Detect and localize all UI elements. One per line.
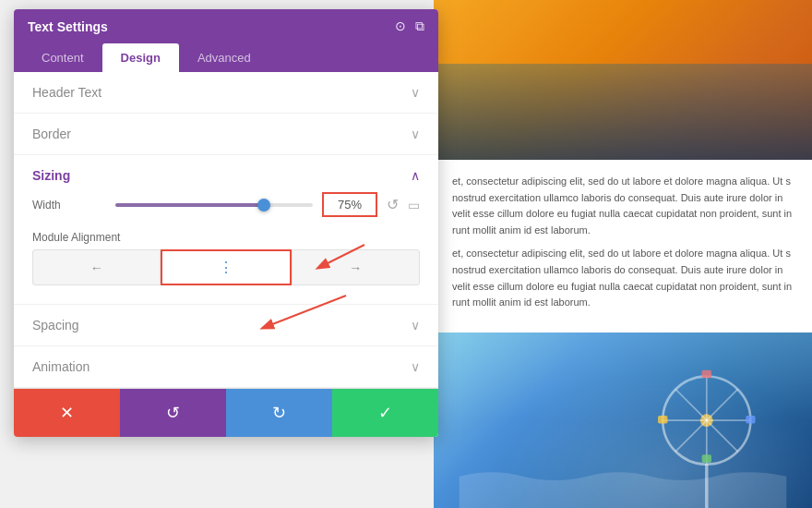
chevron-up-icon: ∧ xyxy=(411,168,420,183)
svg-rect-8 xyxy=(658,416,667,424)
panel-header-icons: ⊙ ⧉ xyxy=(395,18,424,34)
panel-body: Header Text ∨ Border ∨ Sizing ∧ Width ↺ xyxy=(14,72,438,388)
width-slider[interactable] xyxy=(115,203,313,207)
preview-text-block-1: et, consectetur adipiscing elit, sed do … xyxy=(434,160,812,333)
responsive-button[interactable]: ▭ xyxy=(408,198,420,212)
svg-point-0 xyxy=(663,376,750,464)
sizing-title: Sizing xyxy=(32,168,70,183)
preview-image-bottom xyxy=(434,333,812,508)
sizing-header-row[interactable]: Sizing ∧ xyxy=(32,155,420,192)
cancel-icon: ✕ xyxy=(60,403,74,423)
slider-thumb[interactable] xyxy=(257,199,270,212)
align-center-button[interactable]: ⋮ xyxy=(161,249,291,285)
settings-icon[interactable]: ⊙ xyxy=(395,18,406,34)
alignment-row: Module Alignment ← ⋮ → xyxy=(32,231,420,285)
section-sizing: Sizing ∧ Width ↺ ▭ Module Alignment xyxy=(14,155,438,305)
svg-rect-9 xyxy=(746,416,755,424)
undo-icon: ↺ xyxy=(166,403,180,423)
cancel-button[interactable]: ✕ xyxy=(14,389,120,437)
chevron-down-icon-border: ∨ xyxy=(411,127,420,141)
expand-icon[interactable]: ⧉ xyxy=(415,18,424,34)
section-header-text[interactable]: Header Text ∨ xyxy=(14,72,438,114)
settings-panel: Text Settings ⊙ ⧉ Content Design Advance… xyxy=(14,9,438,437)
panel-footer: ✕ ↺ ↻ ✓ xyxy=(14,388,438,437)
reset-button[interactable]: ↺ xyxy=(387,196,399,213)
preview-paragraph-1: et, consectetur adipiscing elit, sed do … xyxy=(452,174,794,238)
align-right-button[interactable]: → xyxy=(292,249,420,285)
ferris-wheel-illustration xyxy=(434,333,812,508)
width-label: Width xyxy=(32,199,106,212)
section-animation[interactable]: Animation ∨ xyxy=(14,346,438,388)
tab-content[interactable]: Content xyxy=(23,43,102,72)
save-button[interactable]: ✓ xyxy=(332,389,438,437)
panel-header: Text Settings ⊙ ⧉ xyxy=(14,9,438,43)
redo-icon: ↻ xyxy=(272,403,286,423)
preview-paragraph-2: et, consectetur adipiscing elit, sed do … xyxy=(452,246,794,310)
svg-rect-6 xyxy=(702,369,711,378)
undo-button[interactable]: ↺ xyxy=(120,389,226,437)
section-border-label: Border xyxy=(32,127,71,141)
chevron-down-icon-animation: ∨ xyxy=(411,359,420,374)
align-left-button[interactable]: ← xyxy=(32,249,161,285)
chevron-down-icon-spacing: ∨ xyxy=(411,318,420,333)
width-input[interactable] xyxy=(322,192,377,217)
svg-line-4 xyxy=(675,389,737,451)
section-spacing[interactable]: Spacing ∨ xyxy=(14,305,438,346)
save-icon: ✓ xyxy=(378,403,392,423)
align-right-icon: → xyxy=(349,260,362,275)
preview-image-top xyxy=(434,0,812,160)
section-header-text-label: Header Text xyxy=(32,85,102,100)
section-animation-label: Animation xyxy=(32,359,90,374)
svg-rect-7 xyxy=(702,454,711,463)
section-spacing-label: Spacing xyxy=(32,318,79,333)
preview-area: et, consectetur adipiscing elit, sed do … xyxy=(434,0,812,508)
slider-track xyxy=(115,203,264,207)
svg-line-5 xyxy=(675,389,737,451)
tab-advanced[interactable]: Advanced xyxy=(179,43,269,72)
svg-point-1 xyxy=(700,414,713,427)
alignment-label: Module Alignment xyxy=(32,231,420,244)
chevron-down-icon: ∨ xyxy=(411,85,420,100)
width-control-row: Width ↺ ▭ xyxy=(32,192,420,217)
align-left-icon: ← xyxy=(90,260,103,275)
section-border[interactable]: Border ∨ xyxy=(14,114,438,155)
tab-design[interactable]: Design xyxy=(102,43,179,72)
align-center-icon: ⋮ xyxy=(219,259,233,276)
alignment-buttons-group: ← ⋮ → xyxy=(32,249,420,285)
panel-title: Text Settings xyxy=(28,19,108,34)
redo-button[interactable]: ↻ xyxy=(226,389,332,437)
tab-bar: Content Design Advanced xyxy=(14,43,438,72)
